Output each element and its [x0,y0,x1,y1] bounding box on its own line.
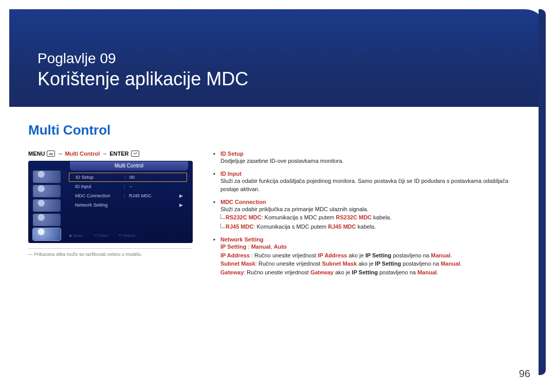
net-key: IP Address [318,252,347,258]
net-text: . [460,260,461,267]
osd-side-icon [33,171,61,183]
osd-side-icon [33,214,61,226]
osd-footer-return: ⟲ Return [118,233,135,240]
list-item: • MDC Connection Služi za odabir priklju… [213,199,527,232]
osd-row-value: -- [129,184,178,189]
ip-setting-line: IP Setting : Manual, Auto [220,242,527,251]
osd-row-sep: : [124,184,129,189]
sub-key: RJ45 MDC [328,223,356,230]
menu-icon: m [47,151,55,157]
menu-breadcrumb: MENU m → Multi Control → ENTER [28,151,193,157]
sub-text: kabela. [372,214,392,220]
bullet-icon: • [213,151,217,157]
item-head: ID Setup [220,151,244,157]
osd-row-selected: ID Setup : 00 [69,173,187,182]
ip-setting-label: IP Setting [220,244,247,250]
page: Poglavlje 09 Korištenje aplikacije MDC M… [0,0,555,392]
item-head: Network Setting [220,236,264,242]
net-text: : Ručno unesite vrijednost [255,260,322,267]
net-key: IP Address [220,252,250,258]
net-text: ako je [357,260,375,267]
ip-setting-value: Manual [251,244,271,250]
page-number: 96 [519,368,530,380]
net-text: postavljeno na [401,260,440,267]
bullet-icon: • [213,171,217,177]
footnote: ― Prikazana slika može se razlikovati ov… [28,252,193,257]
page-right-stripe [539,9,546,375]
list-item: • ID Setup Dodjeljuje zasebne ID-ove pos… [213,151,527,165]
ip-setting-sep: : [247,244,251,250]
net-key: IP Setting [375,260,401,267]
sub-text: : Komunikacija s MDC putem [262,214,336,220]
osd-row-label: ID Setup [76,175,124,180]
net-text: . [450,252,452,258]
net-key: Subnet Mask [322,260,357,267]
osd-side-icons [33,171,64,242]
description-list: • ID Setup Dodjeljuje zasebne ID-ove pos… [213,151,527,276]
net-key: IP Setting [365,252,392,258]
osd-row-value: RJ45 MDC [129,193,178,198]
net-text: ako je [347,252,365,258]
bullet-icon: • [213,236,217,242]
osd-row-sep: : [124,193,129,198]
net-key: Gateway [220,269,244,275]
breadcrumb-menu: MENU [28,151,45,157]
net-line: Subnet Mask: Ručno unesite vrijednost Su… [220,259,527,268]
list-item: • Network Setting IP Setting : Manual, A… [213,236,527,276]
osd-row-arrow: ▶ [178,202,183,208]
right-column: • ID Setup Dodjeljuje zasebne ID-ove pos… [213,151,527,282]
net-key: IP Setting [352,269,378,275]
list-item: • ID Input Služi za odabir funkcija odaš… [213,171,527,194]
breadcrumb-arrow: → [102,151,107,157]
osd-side-icon-selected [33,228,61,240]
sub-key: RS232C MDC [336,214,372,220]
osd-row: MDC Connection : RJ45 MDC ▶ [69,191,187,200]
osd-title: Multi Control [70,161,188,171]
item-head: MDC Connection [220,199,266,205]
net-text: ako je [334,269,351,275]
osd-row: ID Input : -- [69,182,187,191]
item-sub: RS232C MDC: Komunikacija s MDC putem RS2… [226,213,527,222]
net-text: : Ručno unesite vrijednost [250,252,318,258]
item-head: ID Input [220,171,242,177]
item-sub: RJ45 MDC: Komunikacija s MDC putem RJ45 … [226,222,527,232]
osd-screenshot: Multi Control ID Setup : 00 [28,161,193,243]
net-text: postavljeno na [391,252,431,258]
sub-text: : Komunikacija s MDC putem [253,223,328,230]
net-line: IP Address : Ručno unesite vrijednost IP… [220,251,527,260]
breadcrumb-item: Multi Control [65,151,100,157]
item-body: Služi za odabir funkcija odašiljača poje… [220,177,527,194]
osd-row-label: MDC Connection [75,193,124,198]
breadcrumb-arrow: → [57,151,63,157]
section-title: Multi Control [28,122,527,138]
osd-row-arrow: ▶ [178,193,183,198]
bullet-icon: • [213,199,217,205]
item-body: Služi za odabir priključka za primanje M… [220,205,527,214]
osd-footer-enter: ⏎ Enter [94,233,108,240]
osd-row: Network Setting ▶ [69,200,187,210]
chapter-label: Poglavlje 09 [38,50,116,67]
osd-row-label: ID Input [75,184,124,189]
osd-row-sep: : [124,175,130,180]
osd-footer-move: ◆ Move [69,233,83,240]
net-text: : Ručno unesite vrijednost [244,269,310,275]
chapter-header: Poglavlje 09 Korištenje aplikacije MDC [9,9,546,107]
chapter-title: Korištenje aplikacije MDC [38,68,248,90]
columns: MENU m → Multi Control → ENTER Multi Con… [28,151,527,282]
item-body: Dodjeljuje zasebne ID-ove postavkama mon… [220,157,527,165]
net-key: Manual [417,269,437,275]
osd-side-icon [33,199,61,212]
sub-key: RS232C MDC [226,214,262,220]
osd-row-label: Network Setting [75,202,124,208]
net-key: Manual [440,260,460,267]
ip-setting-value: Auto [274,244,287,250]
net-text: . [437,269,438,275]
osd-side-icon [33,185,61,197]
divider [28,248,193,249]
osd-list: ID Setup : 00 ID Input : -- MDC Co [69,173,187,210]
net-text: postavljeno na [378,269,417,275]
net-key: Subnet Mask [220,260,255,267]
sub-text: kabela. [356,223,376,230]
net-key: Manual [431,252,450,258]
content-area: Multi Control MENU m → Multi Control → E… [28,122,527,282]
